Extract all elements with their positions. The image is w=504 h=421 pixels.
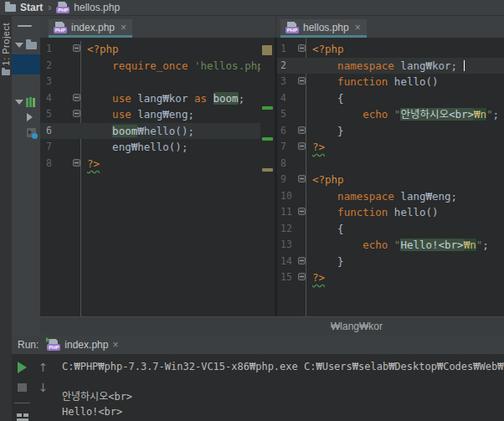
breadcrumb-file[interactable]: hellos.php — [74, 2, 120, 13]
line-number[interactable]: 4 — [40, 90, 70, 107]
code-line[interactable]: 14 } — [277, 254, 504, 270]
console-line: Hello!<br> — [62, 404, 504, 419]
tab-hellos-php[interactable]: PHP hellos.php × — [280, 19, 367, 38]
line-number[interactable]: 9 — [277, 172, 296, 188]
stop-button[interactable] — [18, 383, 27, 392]
fold-marker-icon[interactable] — [298, 208, 306, 215]
code-line[interactable]: 4 use lang₩kor as boom; — [40, 90, 260, 107]
php-run-file-icon: PHP — [47, 339, 60, 351]
code-line[interactable]: 7?> — [277, 139, 504, 156]
php-file-icon: PHP — [285, 22, 299, 33]
code-line[interactable]: 5 echo "안녕하시오<br>₩n"; — [277, 106, 504, 123]
code-line[interactable]: 2 namespace lang₩kor; — [277, 58, 504, 74]
code-line[interactable]: 15?> — [277, 270, 504, 286]
code-line[interactable]: 4 { — [277, 90, 504, 107]
fold-marker-icon[interactable] — [298, 175, 306, 182]
code-line[interactable]: 11 function hello() — [277, 204, 504, 221]
line-number[interactable]: 14 — [277, 254, 296, 270]
tree-node-row[interactable] — [12, 95, 40, 110]
fold-marker-icon[interactable] — [298, 273, 306, 280]
code-line[interactable]: 5 use lang₩eng; — [40, 106, 260, 123]
project-tool-window-button[interactable]: 1: Project — [1, 16, 11, 75]
line-number[interactable]: 1 — [40, 41, 70, 58]
line-number[interactable]: 12 — [277, 221, 296, 238]
project-root-row[interactable] — [12, 38, 40, 53]
line-number[interactable]: 6 — [40, 123, 70, 140]
line-number[interactable]: 1 — [277, 41, 296, 58]
fold-marker-icon[interactable] — [298, 126, 306, 134]
line-number[interactable]: 3 — [40, 74, 70, 90]
code-line[interactable]: 10 namespace lang₩eng; — [277, 188, 504, 205]
chevron-right-icon[interactable] — [27, 113, 33, 121]
console-line: 안녕하시오<br> — [62, 389, 504, 404]
line-number[interactable]: 3 — [277, 74, 296, 90]
run-tab-index-php[interactable]: PHP index.php × — [47, 339, 118, 351]
php-file-icon: PHP — [56, 2, 69, 13]
tab-index-php[interactable]: PHP index.php × — [49, 19, 132, 38]
line-number[interactable]: 7 — [277, 139, 296, 156]
code-line[interactable]: 1<?php — [277, 41, 504, 58]
line-number[interactable]: 8 — [40, 156, 70, 172]
code-line[interactable]: 9<?php — [277, 172, 504, 188]
line-number[interactable]: 4 — [277, 90, 296, 107]
fold-marker-icon[interactable] — [298, 77, 306, 85]
stripe-marker[interactable] — [262, 168, 273, 172]
code-line[interactable]: 6 } — [277, 123, 504, 140]
namespace-breadcrumb[interactable]: ₩lang₩kor — [331, 321, 383, 332]
line-number[interactable]: 6 — [277, 123, 296, 140]
line-number[interactable]: 5 — [277, 106, 296, 123]
chevron-down-icon[interactable] — [15, 43, 23, 48]
line-number[interactable]: 10 — [277, 188, 296, 205]
line-number[interactable]: 8 — [277, 156, 296, 172]
fold-marker-icon[interactable] — [73, 110, 80, 117]
restore-layout-button[interactable] — [17, 413, 28, 421]
stripe-marker[interactable] — [262, 106, 273, 110]
run-toolbar — [12, 354, 33, 421]
stripe-marker[interactable] — [262, 137, 273, 141]
rerun-button[interactable] — [18, 362, 27, 373]
editor-tabs-strip: PHP index.php × PHP hellos.php × — [40, 16, 504, 38]
fold-marker-icon[interactable] — [73, 44, 80, 52]
close-icon[interactable]: × — [355, 22, 361, 33]
code-line[interactable]: 8 — [277, 156, 504, 172]
code-line[interactable]: 12 { — [277, 221, 504, 238]
up-stacktrace-button[interactable]: ↑ — [39, 362, 49, 373]
code-line[interactable]: 8?> — [40, 156, 260, 172]
breadcrumb-separator-icon: › — [48, 2, 51, 13]
code-line[interactable]: 2 require_once 'hellos.php'; — [40, 58, 260, 74]
chevron-down-icon[interactable] — [15, 100, 23, 105]
line-number[interactable]: 2 — [40, 58, 70, 74]
breadcrumb-folder[interactable]: Start — [20, 2, 43, 13]
code-line[interactable]: 3 function hello() — [277, 74, 504, 90]
code-line[interactable]: 1<?php — [40, 41, 260, 58]
close-icon[interactable]: × — [121, 22, 126, 33]
code-line[interactable]: 6 boom₩hello(); — [40, 123, 260, 140]
close-icon[interactable]: × — [112, 339, 118, 351]
line-number[interactable]: 13 — [277, 237, 296, 254]
inspection-status-icon[interactable] — [262, 45, 272, 55]
fold-marker-icon[interactable] — [298, 142, 306, 150]
tree-node-row[interactable] — [12, 110, 40, 125]
line-number[interactable]: 2 — [277, 58, 296, 74]
code-line[interactable]: 3 — [40, 74, 260, 90]
fold-marker-icon[interactable] — [73, 159, 80, 167]
line-number[interactable]: 15 — [277, 270, 296, 286]
code-line[interactable]: 13 echo "Hello!<br>₩n"; — [277, 237, 504, 254]
tree-node-row[interactable] — [12, 125, 40, 140]
console-line — [62, 374, 504, 389]
hide-tool-window-button[interactable] — [18, 25, 32, 27]
selected-file-row[interactable] — [12, 54, 40, 74]
code-line[interactable]: 7 eng₩hello(); — [40, 139, 260, 156]
line-number[interactable]: 7 — [40, 139, 70, 156]
folder-icon — [5, 4, 16, 12]
editor-pane-index[interactable]: 1<?php2 require_once 'hellos.php';34 use… — [40, 38, 275, 316]
run-label: Run: — [18, 339, 39, 351]
line-number[interactable]: 11 — [277, 204, 296, 221]
line-number[interactable]: 5 — [40, 106, 70, 123]
fold-marker-icon[interactable] — [298, 257, 306, 264]
editor-pane-hellos[interactable]: 1<?php2 namespace lang₩kor; 3 function h… — [277, 38, 504, 316]
fold-marker-icon[interactable] — [298, 44, 306, 52]
console-output[interactable]: C:₩PHP₩php-7.3.7-Win32-VC15-x86₩php.exe … — [54, 354, 504, 421]
fold-marker-icon[interactable] — [73, 94, 80, 101]
down-stacktrace-button[interactable]: ↓ — [39, 382, 49, 393]
